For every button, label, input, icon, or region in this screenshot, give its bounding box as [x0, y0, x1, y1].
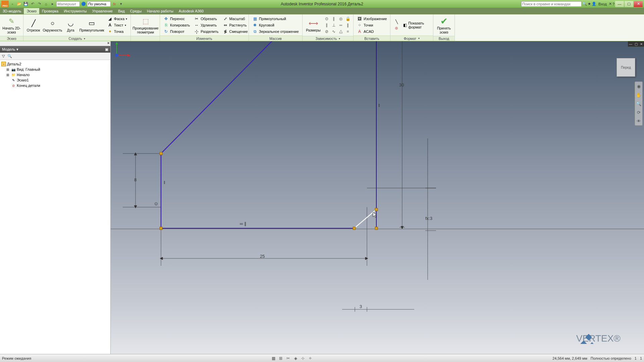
fillet-button[interactable]: ◢Фаска▾ — [106, 16, 128, 22]
panel-create-label[interactable]: Создать — [23, 36, 130, 41]
finish-sketch-button[interactable]: ✔Принять эскиз — [435, 15, 452, 35]
extend-button[interactable]: ↔Удлинить — [193, 22, 220, 28]
tab-3dmodel[interactable]: 3D-модель — [0, 8, 24, 14]
app-logo[interactable]: PRO — [1, 1, 9, 7]
snap2-icon[interactable]: ⊹ — [300, 356, 306, 361]
mirror-button[interactable]: ⧉Зеркальное отражение — [251, 28, 300, 35]
tab-getstarted[interactable]: Начало работы — [144, 8, 176, 14]
trim-button[interactable]: ✂Обрезать — [193, 16, 220, 22]
circ-pattern-button[interactable]: ✺Круговой — [251, 22, 300, 28]
arc-button[interactable]: ◡Дуга — [64, 15, 77, 35]
constraint-horizontal-icon[interactable]: ═ — [337, 22, 344, 28]
stretch-button[interactable]: ⇔Растянуть — [221, 22, 249, 28]
image-button[interactable]: 🖼Изображение — [356, 16, 388, 22]
project-geometry-button[interactable]: ⬚Проецирование геометрии — [133, 15, 158, 35]
dimension-button[interactable]: ⟷Размеры — [305, 15, 322, 35]
tab-inspect[interactable]: Проверка — [39, 8, 61, 14]
user-icon[interactable]: 👤 — [592, 2, 596, 6]
sketch-canvas[interactable]: ― ▢ ✕ — [111, 41, 644, 354]
maximize-button[interactable]: ▢ — [625, 1, 633, 7]
tab-view[interactable]: Вид — [115, 8, 127, 14]
constraint-parallel-icon[interactable]: ∥ — [323, 22, 330, 28]
snap3-icon[interactable]: ✧ — [308, 356, 313, 361]
snap-icon[interactable]: ▦ — [271, 356, 276, 361]
constraint-perpendicular-icon[interactable]: ⊥ — [330, 22, 337, 28]
line-button[interactable]: ╱Отрезок — [25, 15, 41, 35]
open-icon[interactable]: 📂 — [16, 1, 22, 7]
undo-icon[interactable]: ↶ — [30, 1, 36, 7]
browser-header[interactable]: Модель ▾ ▣ — [0, 46, 110, 53]
point-button[interactable]: ✦Точка — [106, 28, 128, 35]
help-search[interactable] — [521, 1, 582, 7]
exchange-icon[interactable]: ✕ — [609, 2, 612, 6]
material-dropdown[interactable] — [56, 1, 80, 7]
browser-close-icon[interactable]: ✕ — [107, 41, 110, 46]
login-link[interactable]: Вход — [598, 2, 607, 6]
circle-button[interactable]: ○Окружность — [43, 15, 62, 35]
constraint-smooth-icon[interactable]: ∿ — [330, 28, 337, 35]
image-icon: 🖼 — [357, 16, 362, 21]
offset-button[interactable]: ≸Смещение — [221, 28, 249, 35]
home-icon[interactable]: ⌂ — [43, 1, 49, 7]
rectangle-button[interactable]: ▭Прямоугольник — [79, 15, 105, 35]
find-icon[interactable]: 🔍 — [7, 54, 12, 58]
acad-button[interactable]: AACAD — [356, 28, 388, 35]
redo-icon[interactable]: ↷ — [36, 1, 42, 7]
start-2d-sketch-button[interactable]: ✎ Начать 2D-эскиз — [2, 15, 21, 35]
new-icon[interactable]: ▫ — [9, 1, 15, 7]
panel-pattern-label: Массив — [249, 36, 302, 41]
constraint-equal-icon[interactable]: = — [344, 28, 351, 35]
panel-constrain-label[interactable]: Зависимость — [303, 36, 353, 41]
tab-sketch[interactable]: Эскиз — [24, 8, 39, 14]
close-button[interactable]: ✕ — [634, 1, 643, 7]
search-btn-icon[interactable]: 🔍 — [582, 2, 587, 6]
constraint-fix-icon[interactable]: 🔒 — [344, 16, 351, 22]
minimize-button[interactable]: ― — [615, 1, 624, 7]
tree-end[interactable]: ⊘Конец детали — [1, 83, 110, 88]
grid-icon[interactable]: ⊞ — [278, 356, 283, 361]
tree-origin[interactable]: ⊞📁Начало — [1, 72, 110, 77]
centerline-button[interactable]: ⊕ — [392, 25, 400, 31]
constraint-coincident-icon[interactable]: ⊙ — [323, 16, 330, 22]
constraint-symmetric-icon[interactable]: ⧋ — [337, 28, 344, 35]
tab-manage[interactable]: Управление — [90, 8, 115, 14]
move-icon: ✥ — [163, 16, 169, 21]
construction-button[interactable]: ╲ — [392, 19, 400, 25]
rect-pattern-button[interactable]: ▦Прямоугольный — [251, 16, 300, 22]
tree-view[interactable]: ⊞📷Вид: Главный — [1, 67, 110, 72]
appearance-icon[interactable]: 🔵 — [80, 1, 87, 7]
rotate-button[interactable]: ↻Поворот — [162, 28, 191, 35]
star-icon[interactable]: ★ — [588, 2, 591, 6]
browser-options-icon[interactable]: ▣ — [105, 47, 108, 52]
stretch-icon: ⇔ — [223, 22, 228, 28]
filter-icon[interactable]: ▽ — [2, 54, 5, 58]
tab-tools[interactable]: Инструменты — [61, 8, 90, 14]
tree-sketch[interactable]: ✎Эскиз1 — [1, 77, 110, 83]
slice-icon[interactable]: ✂ — [285, 356, 291, 361]
panel-format-label[interactable]: Формат — [390, 36, 433, 41]
constraint-vertical-icon[interactable]: ‖ — [344, 22, 351, 28]
tab-a360[interactable]: Autodesk A360 — [176, 8, 206, 14]
save-icon[interactable]: 💾 — [23, 1, 29, 7]
tree-root[interactable]: ▫Деталь2 — [1, 61, 110, 67]
help-icon[interactable]: ? — [612, 2, 614, 6]
circle-icon: ○ — [47, 18, 58, 28]
select-icon[interactable]: ▸ — [50, 1, 56, 7]
scale-button[interactable]: ⤢Масштаб — [221, 16, 249, 22]
fx-icon[interactable]: fx — [111, 1, 117, 7]
showall-icon[interactable]: ◈ — [293, 356, 298, 361]
show-format-button[interactable]: ◧Показать формат — [402, 22, 431, 28]
points-button[interactable]: ⁘Точки — [356, 22, 388, 28]
tab-environments[interactable]: Среды — [127, 8, 144, 14]
split-button[interactable]: -¦-Разделить — [193, 28, 220, 35]
constraint-collinear-icon[interactable]: ∥ — [330, 16, 337, 22]
copy-button[interactable]: ⎘Копировать — [162, 22, 191, 28]
constraint-concentric-icon[interactable]: ◎ — [337, 16, 344, 22]
acad-icon: A — [357, 29, 362, 34]
text-button[interactable]: AТекст▾ — [106, 22, 128, 28]
appearance-dropdown[interactable] — [87, 1, 111, 7]
move-button[interactable]: ✥Перенос — [162, 16, 191, 22]
camera-icon: 📷 — [11, 67, 16, 72]
constraint-tangent-icon[interactable]: ⊘ — [323, 28, 330, 35]
qat-overflow[interactable]: ▾ — [118, 1, 124, 7]
